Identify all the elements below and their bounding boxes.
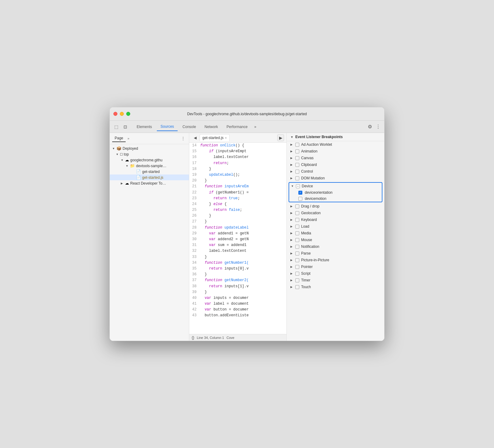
pretty-print-icon[interactable]: {}	[192, 335, 194, 340]
bp-checkbox[interactable]	[295, 176, 299, 180]
line-number: 27	[189, 219, 200, 225]
bp-header[interactable]: ▶Parse	[287, 250, 384, 257]
bp-header[interactable]: ▶Load	[287, 223, 384, 230]
tree-item-deployed[interactable]: ▼ 📦 Deployed	[110, 145, 189, 151]
bp-header[interactable]: ▶Control	[287, 168, 384, 175]
tree-item-react[interactable]: ▶ ☁ React Developer To…	[110, 180, 189, 186]
settings-icon[interactable]: ⚙	[367, 123, 373, 131]
bp-checkbox[interactable]	[295, 156, 299, 160]
bp-chevron-icon: ▶	[290, 225, 293, 228]
bp-checkbox[interactable]	[295, 163, 299, 167]
bp-category-label: Geolocation	[301, 211, 321, 215]
code-line: 38 return inputs[1].v	[189, 284, 286, 289]
bp-header[interactable]: ▶Canvas	[287, 155, 384, 161]
bp-header[interactable]: ▶Ad Auction Worklet	[287, 141, 384, 148]
page-tab[interactable]: Page	[112, 135, 126, 142]
more-options-icon[interactable]: ⋮	[374, 123, 382, 131]
tree-item-getstarted[interactable]: 📄 get-started	[110, 169, 189, 174]
close-button[interactable]	[113, 112, 117, 116]
bp-checkbox[interactable]	[295, 278, 299, 282]
bp-header[interactable]: ▶Timer	[287, 277, 384, 284]
bp-chevron-icon: ▶	[290, 252, 293, 255]
tree-item-getstarted-js[interactable]: 📄 get-started.js	[110, 174, 189, 180]
tree-toggle[interactable]: ▼	[112, 147, 115, 150]
code-tab[interactable]: get-started.js ×	[200, 134, 230, 141]
inspect-icon[interactable]: ⬚	[112, 123, 120, 131]
tree-item-devtools[interactable]: ▼ 📁 devtools-sample…	[110, 163, 189, 169]
tree-toggle[interactable]: ▼	[121, 159, 124, 162]
line-code: return false;	[200, 207, 286, 213]
bp-category-timer: ▶Timer	[287, 277, 384, 284]
bp-header[interactable]: ▶Notification	[287, 243, 384, 250]
tab-network[interactable]: Network	[201, 123, 222, 131]
bp-header[interactable]: ▶DOM Mutation	[287, 175, 384, 182]
code-line: 18 }	[189, 166, 286, 172]
bp-child-item[interactable]: devicemotion	[289, 196, 382, 202]
breakpoints-header: ▼ Event Listener Breakpoints	[287, 133, 384, 141]
maximize-button[interactable]	[126, 112, 130, 116]
bp-checkbox-checked[interactable]: ✓	[298, 191, 302, 195]
tab-elements[interactable]: Elements	[133, 123, 156, 131]
tree-item-top[interactable]: ▼ □ top	[110, 151, 189, 157]
bp-checkbox[interactable]	[295, 225, 299, 229]
code-line: 40 var inputs = documer	[189, 295, 286, 301]
device-icon[interactable]: ⊡	[121, 123, 129, 131]
bp-checkbox[interactable]	[295, 245, 299, 249]
bp-category-device[interactable]: ▼−Device	[289, 183, 382, 189]
tree-item-domain[interactable]: ▼ ☁ googlechrome.githu	[110, 157, 189, 163]
bp-checkbox[interactable]	[295, 143, 299, 147]
bp-checkbox[interactable]	[295, 272, 299, 276]
bp-child-item[interactable]: ✓deviceorientation	[289, 189, 382, 196]
domain-icon: ☁	[125, 158, 129, 162]
tree-toggle[interactable]: ▼	[116, 153, 119, 156]
code-editor[interactable]: 14function onClick() {15 if (inputsAreEm…	[189, 143, 286, 334]
bp-header[interactable]: ▶Animation	[287, 148, 384, 155]
panel-dots[interactable]: ⋮	[180, 135, 186, 141]
nav-back-icon[interactable]: ◀	[192, 134, 198, 141]
bp-header[interactable]: ▶Clipboard	[287, 161, 384, 168]
bp-checkbox[interactable]	[295, 238, 299, 242]
breakpoints-chevron[interactable]: ▼	[290, 135, 293, 139]
tab-icon-group: ⬚ ⊡	[112, 123, 129, 131]
tabs-more-button[interactable]: »	[253, 123, 258, 130]
panel-chevron[interactable]: »	[127, 137, 129, 140]
bp-checkbox-device[interactable]: −	[296, 184, 300, 188]
bp-checkbox-unchecked[interactable]	[298, 197, 302, 201]
bp-header[interactable]: ▶Drag / drop	[287, 203, 384, 210]
bp-header[interactable]: ▶Media	[287, 230, 384, 237]
code-line: 35 return inputs[0].v	[189, 266, 286, 272]
bp-checkbox[interactable]	[295, 285, 299, 289]
line-number: 34	[189, 260, 200, 266]
bp-header[interactable]: ▶Script	[287, 270, 384, 277]
titlebar: DevTools - googlechrome.github.io/devtoo…	[110, 107, 384, 121]
code-line: 19 updateLabel();	[189, 172, 286, 178]
bp-checkbox[interactable]	[295, 211, 299, 215]
bp-header[interactable]: ▶Picture-in-Picture	[287, 257, 384, 263]
bp-checkbox[interactable]	[295, 252, 299, 255]
tree-toggle[interactable]: ▼	[126, 164, 129, 167]
tree-toggle[interactable]: ▶	[121, 182, 124, 185]
bp-checkbox[interactable]	[295, 258, 299, 262]
bp-checkbox[interactable]	[295, 204, 299, 208]
bp-header[interactable]: ▶Keyboard	[287, 216, 384, 223]
bp-checkbox[interactable]	[295, 170, 299, 174]
bp-category-media: ▶Media	[287, 230, 384, 237]
tab-sources[interactable]: Sources	[157, 123, 178, 131]
bp-header[interactable]: ▶Mouse	[287, 237, 384, 243]
bp-checkbox[interactable]	[295, 231, 299, 235]
bp-header[interactable]: ▶Touch	[287, 284, 384, 290]
code-line: 30 var addend2 = getN	[189, 237, 286, 242]
close-tab-icon[interactable]: ×	[225, 136, 227, 140]
bp-header[interactable]: ▶Pointer	[287, 263, 384, 270]
code-line: 27 }	[189, 219, 286, 225]
minimize-button[interactable]	[120, 112, 124, 116]
tab-console[interactable]: Console	[179, 123, 200, 131]
breakpoints-panel: ▼ Event Listener Breakpoints ▶Ad Auction…	[286, 133, 384, 341]
bp-checkbox[interactable]	[295, 149, 299, 153]
tab-performance[interactable]: Performance	[223, 123, 251, 131]
bp-header[interactable]: ▶Geolocation	[287, 210, 384, 216]
bp-checkbox[interactable]	[295, 265, 299, 269]
run-button[interactable]: ▶	[277, 134, 284, 141]
bp-checkbox[interactable]	[295, 218, 299, 222]
bp-category-pointer: ▶Pointer	[287, 263, 384, 270]
